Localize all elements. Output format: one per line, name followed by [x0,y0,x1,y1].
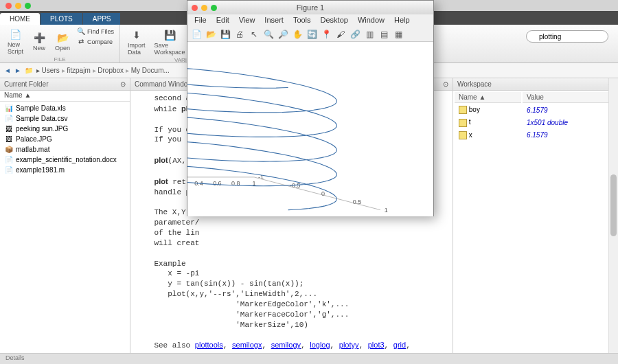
svg-text:0: 0 [321,190,325,197]
layout-icon[interactable]: ▦ [392,28,404,41]
status-left: Details [5,354,25,363]
file-icon: 📦 [4,145,13,154]
zoom-in-icon[interactable]: 🔍 [262,28,275,41]
scroll-thumb[interactable] [610,174,617,236]
tab-apps[interactable]: APPS [83,13,121,25]
menu-window[interactable]: Window [354,14,389,27]
figure-window[interactable]: Figure 1 FileEditViewInsertToolsDesktopW… [187,0,434,216]
zoom-icon[interactable] [25,3,31,9]
file-row[interactable]: 📦matlab.mat [3,144,127,155]
open-fig-icon[interactable]: 📂 [205,28,217,41]
file-row[interactable]: 📄example_scientific_notation.docx [3,155,127,165]
figure-title: Figure 1 [297,3,324,12]
tab-home[interactable]: HOME [0,13,40,25]
link-icon[interactable]: 🔗 [349,28,361,41]
file-list: 📊Sample Data.xls📄Sample Data.csv🖼peeking… [0,102,130,353]
scrollbar[interactable] [608,78,618,353]
save-workspace-button[interactable]: 💾Save Workspace [151,26,189,57]
menu-file[interactable]: File [190,14,211,27]
menu-tools[interactable]: Tools [289,14,315,27]
figure-toolbar: 📄 📂 💾 🖨 ↖ 🔍 🔎 ✋ 🔄 📍 🖌 🔗 ▥ ▤ ▦ [187,27,433,42]
new-fig-icon[interactable]: 📄 [190,28,203,41]
minimize-icon[interactable] [15,3,21,9]
zoom-out-icon[interactable]: 🔎 [277,28,289,41]
column-header-value[interactable]: Value [523,92,616,103]
current-folder-panel: Current Folder⊙ Name ▲ 📊Sample Data.xls📄… [0,78,130,353]
close-icon[interactable] [192,5,198,11]
save-fig-icon[interactable]: 💾 [219,28,231,41]
menu-desktop[interactable]: Desktop [317,14,352,27]
file-icon: 📄 [4,155,13,164]
panel-title: Current Folder [4,80,48,88]
workspace-row[interactable]: x6.1579 [455,130,616,141]
legend-icon[interactable]: ▤ [378,28,390,41]
var-icon [459,106,467,114]
workspace-row[interactable]: boy6.1579 [455,104,616,115]
close-icon[interactable] [5,3,12,9]
file-row[interactable]: 📊Sample Data.xls [3,103,127,113]
statusbar: Details [0,353,618,364]
svg-text:0.6: 0.6 [213,180,221,187]
file-name: Sample Data.csv [16,115,68,122]
new-script-button[interactable]: 📄New Script [4,26,27,56]
figure-titlebar[interactable]: Figure 1 [187,1,433,14]
svg-line-25 [254,177,380,210]
find-icon: 🔍 [77,27,85,36]
pointer-icon[interactable]: ↖ [248,28,260,41]
menu-insert[interactable]: Insert [260,14,288,27]
file-name: example_scientific_notation.docx [16,156,117,163]
panel-title: Command Window [135,80,192,88]
folder-icon: 📁 [25,67,33,74]
file-row[interactable]: 🖼peeking sun.JPG [3,124,127,134]
file-icon: 📊 [4,104,13,113]
file-name: peeking sun.JPG [16,125,68,133]
file-row[interactable]: 📄Sample Data.csv [3,113,127,124]
svg-text:1: 1 [385,207,388,214]
back-button[interactable]: ◄ [4,67,11,74]
forward-button[interactable]: ► [14,67,21,74]
menu-help[interactable]: Help [390,14,414,27]
minimize-icon[interactable] [201,5,207,11]
find-files-button[interactable]: 🔍Find Files [76,26,115,36]
zoom-icon[interactable] [211,5,217,11]
save-icon: 💾 [163,28,176,42]
print-icon[interactable]: 🖨 [233,28,246,41]
file-row[interactable]: 📄example1981.m [3,165,127,175]
folder-open-icon: 📂 [56,31,69,45]
file-icon: 📄 [4,114,13,123]
menu-edit[interactable]: Edit [212,14,233,27]
file-name: Sample Data.xls [16,104,66,112]
datacursor-icon[interactable]: 📍 [320,28,332,41]
panel-menu-icon[interactable]: ⊙ [443,80,448,88]
search-input[interactable] [526,30,608,43]
compare-icon: ⇄ [77,38,85,46]
axes[interactable]: 05101520253035-1-0.8-0.6-0.4-0.200.20.40… [187,42,433,216]
tab-plots[interactable]: PLOTS [41,13,82,25]
menu-view[interactable]: View [235,14,260,27]
workspace-row[interactable]: t1x501 double [455,117,616,128]
colorbar-icon[interactable]: ▥ [363,28,376,41]
column-header-name[interactable]: Name ▲ [455,92,521,103]
panel-menu-icon[interactable]: ⊙ [120,80,126,88]
workspace-table: Name ▲ Value boy6.1579 t1x501 double x6.… [453,91,617,142]
group-label-file: FILE [4,56,115,62]
rotate-icon[interactable]: 🔄 [306,28,318,41]
column-header-name[interactable]: Name ▲ [4,91,31,99]
import-data-button[interactable]: ⬇Import Data [124,26,149,57]
import-icon: ⬇ [130,28,144,42]
breadcrumb[interactable]: ▸ Users ▸ fitzpajm ▸ Dropbox ▸ My Docum.… [36,67,170,74]
plus-doc-icon: 📄 [9,27,23,41]
file-name: Palace.JPG [16,135,52,143]
compare-button[interactable]: ⇄Compare [76,36,115,47]
new-button[interactable]: ➕New [29,26,49,56]
open-button[interactable]: 📂Open [52,26,73,56]
panel-title: Workspace [457,80,492,88]
file-icon: 🖼 [4,135,13,144]
var-icon [459,131,467,139]
figure-menubar: FileEditViewInsertToolsDesktopWindowHelp [187,14,433,27]
file-row[interactable]: 🖼Palace.JPG [3,134,127,144]
pan-icon[interactable]: ✋ [291,28,304,41]
file-icon: 🖼 [4,124,13,133]
file-icon: 📄 [4,166,13,174]
brush-icon[interactable]: 🖌 [334,28,347,41]
